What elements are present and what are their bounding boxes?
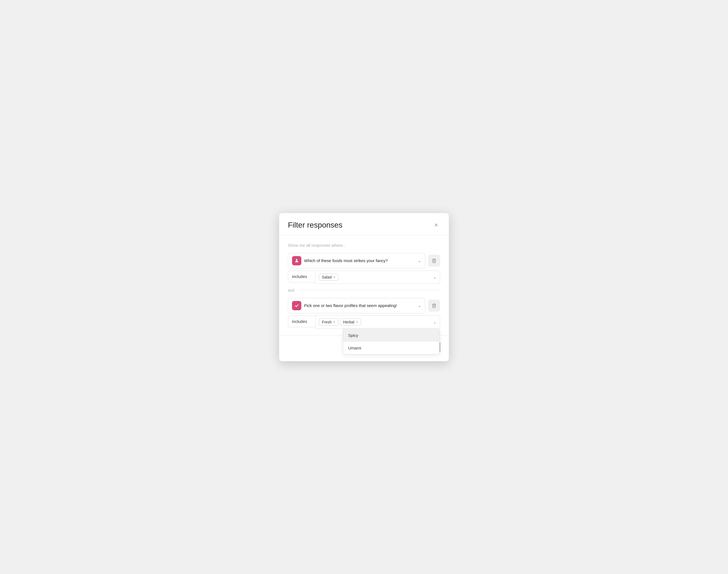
question-dropdown-1[interactable]: Which of these foods most strikes your f… <box>288 253 425 269</box>
check-icon <box>294 303 299 308</box>
condition-values-1[interactable]: Salad × ⌄ <box>315 271 440 284</box>
filter-responses-dialog: Filter responses × Show me all responses… <box>279 213 449 361</box>
mountain-icon <box>294 258 299 263</box>
close-button[interactable]: × <box>432 221 440 229</box>
tag-herbal-remove[interactable]: × <box>356 320 358 324</box>
question-selector-1: Which of these foods most strikes your f… <box>288 253 440 269</box>
dialog-header: Filter responses × <box>279 213 449 235</box>
tag-fresh-text: Fresh <box>322 320 332 324</box>
tag-herbal: Herbal × <box>340 319 361 326</box>
delete-filter-2-button[interactable] <box>428 299 440 312</box>
condition-chevron-1[interactable]: ⌄ <box>431 275 437 280</box>
question-icon-2 <box>292 301 301 310</box>
condition-chevron-2[interactable]: ⌄ <box>431 319 437 325</box>
condition-values-2[interactable]: Fresh × Herbal × ⌄ Spicy Umami <box>315 316 440 329</box>
question-icon-1 <box>292 256 301 265</box>
trash-icon-2 <box>431 303 437 308</box>
tag-salad-remove[interactable]: × <box>333 275 335 279</box>
filter-row-1: Which of these foods most strikes your f… <box>288 253 440 284</box>
tag-herbal-text: Herbal <box>343 320 354 324</box>
question-dropdown-2[interactable]: Pick one or two flavor profiles that see… <box>288 298 425 313</box>
show-prompt: Show me all responses where... <box>288 243 440 248</box>
question-label-1: Which of these foods most strikes your f… <box>304 258 415 263</box>
tag-fresh: Fresh × <box>319 319 338 326</box>
tag-salad: Salad × <box>319 274 338 281</box>
svg-point-0 <box>296 259 297 260</box>
flavor-dropdown-menu: Spicy Umami <box>343 329 440 354</box>
dialog-title: Filter responses <box>288 221 343 230</box>
tag-salad-text: Salad <box>322 275 332 279</box>
filter-row-2: Pick one or two flavor profiles that see… <box>288 298 440 329</box>
condition-label-2: includes <box>288 316 315 327</box>
condition-search-input[interactable] <box>363 320 430 324</box>
condition-row-1: includes Salad × ⌄ <box>288 271 440 284</box>
question-selector-2: Pick one or two flavor profiles that see… <box>288 298 440 313</box>
separator-label: and <box>288 288 294 292</box>
tag-fresh-remove[interactable]: × <box>333 320 335 324</box>
dropdown-item-spicy[interactable]: Spicy <box>343 329 440 342</box>
condition-row-2: includes Fresh × Herbal × ⌄ Spicy <box>288 316 440 329</box>
dropdown-chevron-2: ⌄ <box>418 303 421 308</box>
dialog-body: Show me all responses where... Which of … <box>279 235 449 329</box>
trash-icon-1 <box>431 258 437 263</box>
dropdown-chevron-1: ⌄ <box>418 258 421 263</box>
question-label-2: Pick one or two flavor profiles that see… <box>304 303 415 308</box>
dropdown-item-umami[interactable]: Umami <box>343 342 440 354</box>
and-separator: and <box>288 288 440 292</box>
delete-filter-1-button[interactable] <box>428 255 440 267</box>
condition-label-1: includes <box>288 271 315 282</box>
